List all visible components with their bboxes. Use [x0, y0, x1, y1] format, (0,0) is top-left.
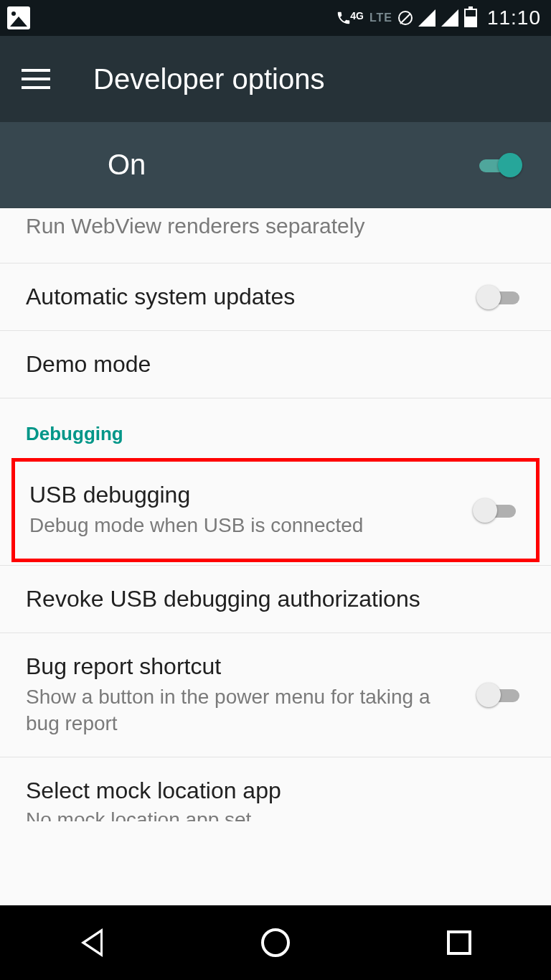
usb-debugging-switch[interactable] — [473, 498, 519, 523]
setting-bug-report-shortcut[interactable]: Bug report shortcut Show a button in the… — [0, 633, 551, 757]
setting-subtitle: Show a button in the power menu for taki… — [26, 684, 459, 737]
clock: 11:10 — [487, 6, 541, 29]
signal-icon — [418, 9, 435, 27]
setting-auto-system-updates[interactable]: Automatic system updates — [0, 263, 551, 331]
section-header-debugging: Debugging — [0, 398, 551, 458]
setting-title: Revoke USB debugging authorizations — [26, 586, 522, 612]
navigation-bar — [0, 905, 551, 980]
phone-4g-icon: 4G — [336, 10, 364, 26]
setting-title: Automatic system updates — [26, 284, 459, 310]
status-bar: 4G LTE 11:10 — [0, 0, 551, 36]
dnd-icon — [398, 11, 413, 25]
battery-icon — [464, 9, 477, 27]
bug-report-switch[interactable] — [476, 682, 522, 708]
setting-mock-location[interactable]: Select mock location app No mock locatio… — [0, 757, 551, 821]
signal-icon — [441, 9, 458, 27]
picture-icon — [7, 6, 30, 29]
home-button[interactable] — [260, 927, 291, 958]
setting-demo-mode[interactable]: Demo mode — [0, 331, 551, 398]
setting-title: Run WebView renderers separately — [26, 214, 522, 238]
setting-title: Bug report shortcut — [26, 653, 459, 680]
master-toggle-switch[interactable] — [476, 152, 522, 178]
network-4g-label: 4G — [350, 10, 364, 22]
master-toggle-row[interactable]: On — [0, 122, 551, 208]
page-title: Developer options — [93, 63, 324, 95]
master-toggle-label: On — [108, 149, 146, 181]
auto-updates-switch[interactable] — [476, 284, 522, 310]
lte-label: LTE — [369, 11, 392, 24]
app-bar: Developer options — [0, 36, 551, 122]
setting-webview-renderers[interactable]: Run WebView renderers separately — [0, 208, 551, 263]
setting-title: Select mock location app — [26, 778, 525, 804]
highlight-usb-debugging: USB debugging Debug mode when USB is con… — [11, 458, 540, 562]
back-button[interactable] — [76, 927, 108, 958]
recent-apps-button[interactable] — [443, 927, 475, 958]
menu-icon[interactable] — [22, 69, 50, 89]
setting-title: USB debugging — [29, 482, 456, 508]
setting-subtitle: No mock location app set — [26, 808, 525, 821]
setting-title: Demo mode — [26, 351, 522, 378]
settings-list[interactable]: Run WebView renderers separately Automat… — [0, 208, 551, 905]
setting-usb-debugging[interactable]: USB debugging Debug mode when USB is con… — [15, 462, 536, 559]
setting-subtitle: Debug mode when USB is connected — [29, 513, 456, 538]
setting-revoke-usb-auth[interactable]: Revoke USB debugging authorizations — [0, 565, 551, 633]
